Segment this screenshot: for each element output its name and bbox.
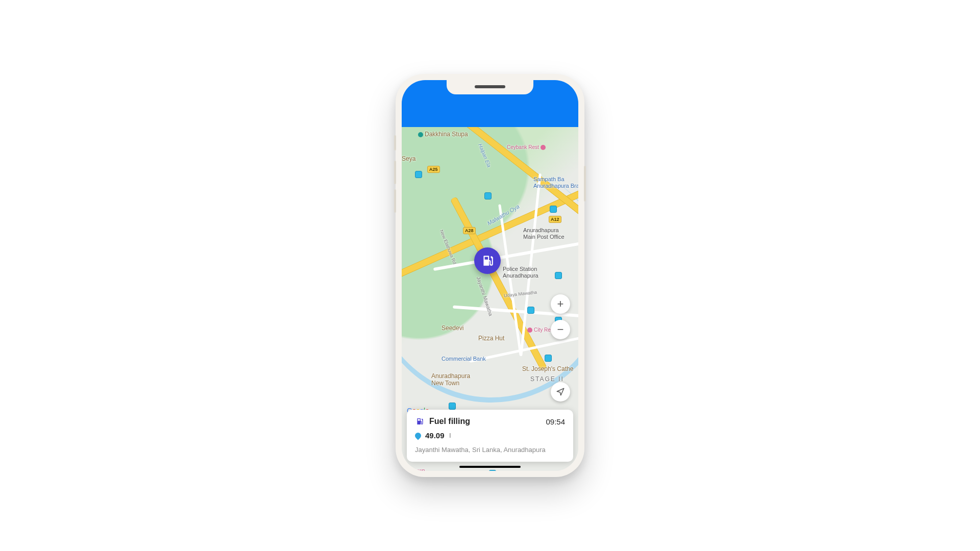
phone-frame: A25 A28 A12 Dakkhina Stupa Seya Ceybank … bbox=[396, 74, 584, 477]
event-title: Fuel filling bbox=[429, 417, 541, 426]
road-badge-a28: A28 bbox=[463, 227, 476, 234]
volume-down-button bbox=[394, 189, 396, 213]
location-arrow-icon bbox=[556, 387, 565, 396]
bus-stop-icon bbox=[527, 307, 534, 314]
bus-stop-icon bbox=[484, 192, 492, 199]
minus-icon: − bbox=[557, 323, 564, 336]
power-button bbox=[584, 166, 586, 202]
bus-stop-icon bbox=[555, 272, 562, 279]
road-badge-a12: A12 bbox=[549, 216, 561, 223]
phone-notch bbox=[447, 80, 533, 94]
locate-me-button[interactable] bbox=[551, 382, 570, 402]
zoom-in-button[interactable]: + bbox=[551, 294, 570, 314]
mute-switch bbox=[394, 135, 396, 151]
map-viewport[interactable]: A25 A28 A12 Dakkhina Stupa Seya Ceybank … bbox=[402, 127, 578, 471]
fuel-pump-icon bbox=[415, 417, 424, 426]
plus-icon: + bbox=[557, 297, 564, 311]
bus-stop-icon bbox=[415, 171, 422, 178]
fuel-amount: 49.09 bbox=[425, 431, 445, 440]
event-address: Jayanthi Mawatha, Sri Lanka, Anuradhapur… bbox=[415, 446, 565, 454]
bus-stop-icon bbox=[449, 403, 456, 410]
fuel-pump-icon bbox=[481, 254, 494, 267]
volume-up-button bbox=[394, 161, 396, 184]
road-badge-a25: A25 bbox=[427, 166, 440, 173]
bus-stop-icon bbox=[489, 470, 496, 471]
fuel-drop-icon bbox=[414, 431, 423, 440]
fuel-unit: l bbox=[450, 432, 451, 439]
home-indicator[interactable] bbox=[459, 466, 521, 468]
zoom-out-button[interactable]: − bbox=[551, 320, 570, 339]
event-info-card[interactable]: Fuel filling 09:54 49.09 l Jayanthi Mawa… bbox=[407, 410, 573, 462]
event-time: 09:54 bbox=[546, 417, 565, 426]
phone-screen: A25 A28 A12 Dakkhina Stupa Seya Ceybank … bbox=[402, 80, 578, 471]
bus-stop-icon bbox=[545, 355, 552, 362]
fuel-station-marker[interactable] bbox=[474, 247, 501, 274]
bus-stop-icon bbox=[550, 206, 557, 213]
